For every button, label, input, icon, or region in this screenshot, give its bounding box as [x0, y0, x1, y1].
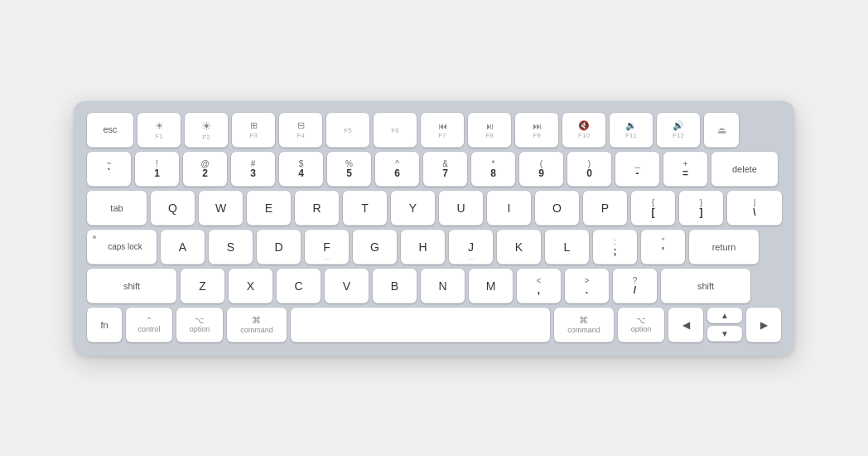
arrow-up-down-group: ▲ ▼ — [707, 308, 742, 342]
key-k[interactable]: K — [497, 230, 541, 264]
asdf-key-row: caps lock A S D F — G H J — K L :; "' re… — [87, 230, 781, 264]
key-w[interactable]: W — [199, 191, 243, 226]
key-f10[interactable]: 🔇 F10 — [562, 113, 605, 148]
key-9[interactable]: (9 — [519, 152, 563, 187]
key-5[interactable]: %5 — [327, 152, 371, 187]
key-2[interactable]: @2 — [183, 152, 227, 187]
key-arrow-up[interactable]: ▲ — [707, 308, 742, 323]
key-f1[interactable]: ☀ F1 — [137, 113, 181, 148]
key-power[interactable]: ⏏ — [704, 113, 739, 148]
key-i[interactable]: I — [487, 191, 531, 226]
key-u[interactable]: U — [439, 191, 483, 226]
key-a[interactable]: A — [161, 230, 205, 264]
key-o[interactable]: O — [535, 191, 579, 226]
key-return[interactable]: return — [689, 230, 759, 264]
key-f8[interactable]: ⏯ F8 — [468, 113, 511, 148]
key-fn[interactable]: fn — [87, 308, 122, 342]
key-p[interactable]: P — [583, 191, 627, 226]
key-backslash[interactable]: |\ — [727, 191, 782, 226]
keyboard: esc ☀ F1 ☀ F2 ⊞ F3 ⊟ F4 — [74, 101, 794, 356]
key-minus[interactable]: _- — [615, 152, 659, 187]
key-open-bracket[interactable]: {[ — [631, 191, 675, 226]
key-control[interactable]: ⌃ control — [126, 308, 172, 342]
key-space[interactable] — [291, 308, 550, 342]
key-f7[interactable]: ⏮ F7 — [421, 113, 464, 148]
key-caps-lock[interactable]: caps lock — [87, 230, 157, 264]
key-8[interactable]: *8 — [471, 152, 515, 187]
key-1[interactable]: !1 — [135, 152, 179, 187]
key-m[interactable]: M — [469, 269, 513, 303]
key-f2[interactable]: ☀ F2 — [185, 113, 228, 148]
key-e[interactable]: E — [247, 191, 291, 226]
key-f3[interactable]: ⊞ F3 — [232, 113, 275, 148]
key-shift-right[interactable]: shift — [661, 269, 750, 303]
key-arrow-right[interactable]: ▶ — [746, 308, 781, 342]
key-period[interactable]: >. — [565, 269, 609, 303]
key-4[interactable]: $4 — [279, 152, 323, 187]
key-f11[interactable]: 🔉 F11 — [610, 113, 653, 148]
key-r[interactable]: R — [295, 191, 339, 226]
key-j[interactable]: J — — [449, 230, 493, 264]
key-backtick[interactable]: ~` — [87, 152, 131, 187]
number-key-row: ~` !1 @2 #3 $4 %5 ^6 &7 *8 (9 )0 — [87, 152, 781, 187]
key-close-bracket[interactable]: }] — [679, 191, 723, 226]
key-equals[interactable]: += — [663, 152, 707, 187]
key-b[interactable]: B — [373, 269, 417, 303]
key-z[interactable]: Z — [181, 269, 224, 303]
key-f6[interactable]: F6 — [374, 113, 417, 148]
key-slash[interactable]: ?/ — [613, 269, 657, 303]
key-0[interactable]: )0 — [567, 152, 611, 187]
key-quote[interactable]: "' — [641, 230, 685, 264]
bottom-key-row: fn ⌃ control ⌥ option ⌘ command ⌘ com — [87, 308, 781, 342]
key-esc[interactable]: esc — [87, 113, 133, 148]
key-c[interactable]: C — [277, 269, 321, 303]
key-h[interactable]: H — [401, 230, 445, 264]
qwerty-key-row: tab Q W E R T Y U I O P {[ }] |\ — [87, 191, 781, 226]
key-f4[interactable]: ⊟ F4 — [279, 113, 322, 148]
key-arrow-down[interactable]: ▼ — [707, 326, 742, 342]
key-command-right[interactable]: ⌘ command — [554, 308, 614, 342]
key-l[interactable]: L — [545, 230, 589, 264]
key-7[interactable]: &7 — [423, 152, 467, 187]
key-comma[interactable]: <, — [517, 269, 561, 303]
key-y[interactable]: Y — [391, 191, 435, 226]
key-tab[interactable]: tab — [87, 191, 147, 226]
key-command-left[interactable]: ⌘ command — [227, 308, 287, 342]
key-s[interactable]: S — [209, 230, 253, 264]
key-q[interactable]: Q — [151, 191, 195, 226]
key-option-right[interactable]: ⌥ option — [618, 308, 664, 342]
key-n[interactable]: N — [421, 269, 465, 303]
key-f12[interactable]: 🔊 F12 — [657, 113, 700, 148]
fn-key-row: esc ☀ F1 ☀ F2 ⊞ F3 ⊟ F4 — [87, 113, 781, 148]
key-d[interactable]: D — [257, 230, 301, 264]
key-arrow-left[interactable]: ◀ — [668, 308, 703, 342]
zxcv-key-row: shift Z X C V B N M <, >. ?/ shift — [87, 269, 781, 303]
key-3[interactable]: #3 — [231, 152, 275, 187]
key-option-left[interactable]: ⌥ option — [176, 308, 223, 342]
key-shift-left[interactable]: shift — [87, 269, 176, 303]
key-f9[interactable]: ⏭ F9 — [515, 113, 558, 148]
key-g[interactable]: G — [353, 230, 397, 264]
key-6[interactable]: ^6 — [375, 152, 419, 187]
key-f5[interactable]: F5 — [326, 113, 369, 148]
key-x[interactable]: X — [229, 269, 272, 303]
key-delete[interactable]: delete — [711, 152, 778, 187]
key-t[interactable]: T — [343, 191, 387, 226]
key-f[interactable]: F — — [305, 230, 349, 264]
key-v[interactable]: V — [325, 269, 369, 303]
key-semicolon[interactable]: :; — [593, 230, 637, 264]
